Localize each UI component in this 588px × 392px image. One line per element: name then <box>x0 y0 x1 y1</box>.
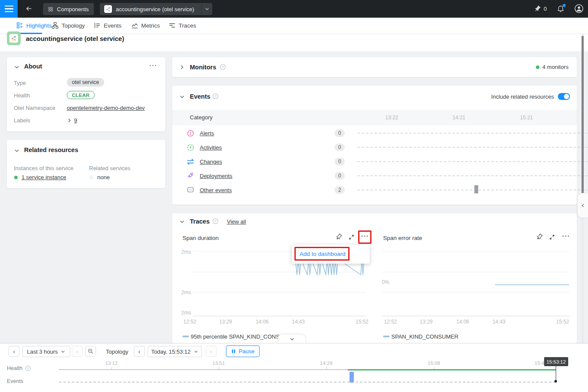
tab-metrics[interactable]: Metrics <box>131 22 160 29</box>
events-card: Events ? Include related resources Categ… <box>172 86 577 205</box>
span-duration-expand-button[interactable] <box>348 234 355 242</box>
x-tick-label: 15:52 <box>556 319 569 325</box>
pause-button[interactable]: Pause <box>226 345 260 357</box>
share-glyph-icon <box>11 35 17 41</box>
entity-tab-main[interactable]: accountingservice (otel service) <box>100 5 201 13</box>
span-duration-pin-button[interactable] <box>335 233 342 242</box>
side-panel-expand-handle[interactable] <box>577 193 588 218</box>
zoom-out-button[interactable] <box>85 346 96 357</box>
components-tab[interactable]: Components <box>43 3 94 15</box>
collapse-chevron-icon[interactable] <box>14 148 20 154</box>
timeline-collapse-tab[interactable] <box>278 334 306 344</box>
view-nav-bar <box>0 18 588 34</box>
components-tab-label: Components <box>57 6 89 12</box>
user-avatar[interactable] <box>574 4 584 15</box>
tab-traces-label: Traces <box>179 22 196 29</box>
chevron-down-icon <box>289 336 295 342</box>
collapse-chevron-icon[interactable] <box>14 64 20 70</box>
events-time-label: 14:21 <box>452 115 465 121</box>
time-range-back-button[interactable]: ‹ <box>9 346 19 357</box>
chevron-down-icon <box>61 349 65 354</box>
timeline-tick-label: 15:08 <box>428 361 440 366</box>
pin-counter[interactable]: 0 <box>534 5 547 12</box>
related-resources-title: Related resources <box>24 146 78 153</box>
changes-count: 0 <box>334 158 345 165</box>
events-timeline-event-marker[interactable] <box>350 372 354 383</box>
traces-card: Traces ? View all Span duration ⋯ 2ms 2m… <box>172 213 577 343</box>
timeline-tick-label: 13:51 <box>213 361 225 366</box>
highlights-icon <box>16 22 23 29</box>
alerts-link[interactable]: Alerts <box>200 130 214 137</box>
view-all-link[interactable]: View all <box>227 218 246 225</box>
pin-icon <box>532 4 543 14</box>
span-error-rate-chart[interactable] <box>382 249 569 316</box>
x-tick-label: 14:43 <box>292 319 305 325</box>
changes-timeline <box>357 161 588 162</box>
chevron-left-icon <box>580 203 585 208</box>
datetime-back-button[interactable]: ‹ <box>134 346 145 357</box>
activities-count: 0 <box>334 143 345 151</box>
collapse-chevron-icon[interactable] <box>179 94 185 100</box>
page-entity-icon <box>7 31 21 45</box>
top-bar: Components accountingservice (otel servi… <box>0 0 588 18</box>
tab-events[interactable]: Events <box>94 22 121 29</box>
help-icon[interactable]: ? <box>25 365 31 371</box>
page-title: accountingservice (otel service) <box>26 35 124 42</box>
tab-traces[interactable]: Traces <box>169 22 196 29</box>
pin-count: 0 <box>544 6 547 12</box>
events-icon <box>94 22 101 29</box>
health-label-text: Health <box>7 365 22 371</box>
labels-expand-chevron-icon[interactable] <box>67 118 72 123</box>
health-timeline-dark-segment[interactable] <box>348 369 353 370</box>
entity-tab[interactable]: accountingservice (otel service) <box>100 3 212 15</box>
pause-icon <box>231 349 236 354</box>
annotation-highlight-menu-item <box>294 247 350 261</box>
labels-count-link[interactable]: 9 <box>74 117 77 124</box>
other-events-link[interactable]: Other events <box>200 187 232 193</box>
help-icon[interactable]: ? <box>220 64 226 70</box>
entity-tab-dropdown[interactable] <box>201 3 212 15</box>
deployments-link[interactable]: Deployments <box>200 173 232 179</box>
include-related-toggle[interactable] <box>558 93 570 100</box>
main-menu-button[interactable] <box>0 0 18 18</box>
events-title: Events <box>190 93 210 100</box>
help-icon[interactable]: ? <box>212 93 219 100</box>
svg-text:?: ? <box>27 367 29 370</box>
span-error-rate-more-button[interactable]: ⋯ <box>562 231 570 241</box>
other-events-marker[interactable] <box>474 185 478 193</box>
about-title: About <box>24 63 42 70</box>
notifications-button[interactable] <box>557 4 565 14</box>
svg-text:?: ? <box>222 65 224 69</box>
x-axis-line <box>382 316 569 316</box>
activities-link[interactable]: Activities <box>200 144 222 151</box>
span-error-rate-expand-button[interactable] <box>549 234 555 242</box>
pause-label: Pause <box>239 348 255 355</box>
time-range-dropdown[interactable]: Last 3 hours <box>22 346 70 357</box>
namespace-link[interactable]: opentelemetry-demo-demo-dev <box>67 105 145 111</box>
x-tick-label: 14:43 <box>492 319 505 325</box>
datetime-dropdown[interactable]: Today, 15:53:12 <box>148 346 202 357</box>
tab-topology[interactable]: Topology <box>52 22 85 29</box>
collapse-chevron-icon[interactable] <box>179 219 185 225</box>
datetime-forward-button[interactable]: › <box>206 346 217 357</box>
playhead-dot[interactable] <box>554 380 557 383</box>
back-button[interactable] <box>25 5 33 14</box>
changes-link[interactable]: Changes <box>200 159 222 165</box>
playhead-line[interactable] <box>556 365 556 381</box>
scrollbar-thumb[interactable] <box>582 36 584 198</box>
span-duration-legend: 95th percentile SPAN_KIND_CONSUMER <box>191 333 292 340</box>
events-timeline-dashed[interactable] <box>59 382 556 383</box>
alerts-icon <box>187 130 194 139</box>
time-range-forward-button[interactable]: › <box>72 346 83 357</box>
avatar-icon <box>574 4 584 13</box>
deployments-timeline <box>357 175 588 176</box>
health-timeline-green-segment[interactable] <box>353 369 556 370</box>
span-error-rate-pin-button[interactable] <box>536 233 543 242</box>
expand-chevron-icon[interactable] <box>179 64 185 70</box>
health-timeline-gray-segment[interactable] <box>59 369 348 370</box>
help-icon[interactable]: ? <box>212 218 219 224</box>
service-instance-link[interactable]: 1 service instance <box>22 174 66 180</box>
svg-text:?: ? <box>214 94 217 98</box>
about-more-button[interactable]: ⋯ <box>149 60 158 70</box>
tab-highlights[interactable]: Highlights <box>16 22 52 29</box>
